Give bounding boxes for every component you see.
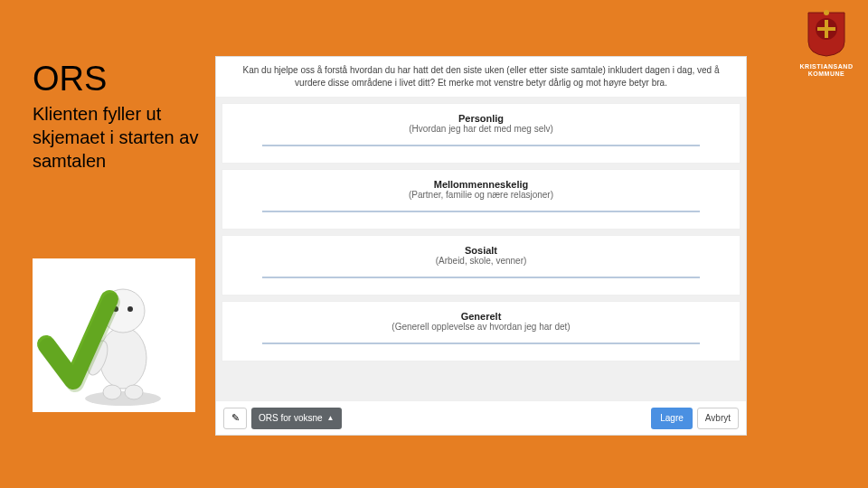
section-title: Personlig: [241, 113, 722, 124]
slider-sosialt[interactable]: [262, 277, 700, 278]
logo-text-2: KOMMUNE: [796, 70, 857, 78]
save-button[interactable]: Lagre: [651, 408, 693, 429]
section-personlig: Personlig (Hvordan jeg har det med meg s…: [222, 103, 741, 164]
slider-personlig[interactable]: [262, 145, 700, 146]
ors-form-panel: Kan du hjelpe oss å forstå hvordan du ha…: [215, 56, 747, 436]
slider-mellommenneskelig[interactable]: [262, 211, 700, 212]
svg-point-8: [127, 306, 133, 312]
section-desc: (Arbeid, skole, venner): [241, 256, 722, 266]
svg-point-9: [103, 385, 121, 399]
kommune-logo: KRISTIANSAND KOMMUNE: [796, 9, 857, 77]
svg-point-3: [824, 10, 829, 15]
left-column: ORS Klienten fyller ut skjemaet i starte…: [33, 60, 213, 173]
pencil-icon: ✎: [231, 412, 240, 424]
slider-generelt[interactable]: [262, 343, 700, 344]
section-desc: (Partner, familie og nære relasjoner): [241, 190, 722, 200]
section-title: Generelt: [241, 311, 722, 322]
checkmark-figure: [33, 258, 195, 412]
shield-icon: [807, 9, 846, 58]
svg-point-4: [85, 391, 161, 406]
section-mellommenneskelig: Mellommenneskelig (Partner, familie og n…: [222, 169, 741, 230]
cancel-button[interactable]: Avbryt: [697, 408, 739, 429]
section-desc: (Generell opplevelse av hvordan jeg har …: [241, 322, 722, 332]
section-title: Sosialt: [241, 245, 722, 256]
svg-point-10: [125, 385, 143, 399]
ors-type-dropdown[interactable]: ORS for voksne ▲: [251, 408, 342, 429]
form-instruction: Kan du hjelpe oss å forstå hvordan du ha…: [216, 57, 746, 98]
section-generelt: Generelt (Generell opplevelse av hvordan…: [222, 301, 741, 361]
page-title: ORS: [33, 60, 213, 99]
svg-rect-2: [817, 27, 835, 31]
edit-button[interactable]: ✎: [223, 408, 247, 429]
section-sosialt: Sosialt (Arbeid, skole, venner): [222, 235, 741, 296]
section-title: Mellommenneskelig: [241, 179, 722, 190]
person-checkmark-icon: [33, 258, 195, 412]
form-footer: ✎ ORS for voksne ▲ Lagre Avbryt: [216, 400, 746, 435]
section-desc: (Hvordan jeg har det med meg selv): [241, 124, 722, 134]
page-subtitle: Klienten fyller ut skjemaet i starten av…: [33, 102, 213, 173]
logo-text-1: KRISTIANSAND: [796, 63, 857, 70]
dropdown-label: ORS for voksne: [259, 413, 323, 423]
caret-up-icon: ▲: [327, 414, 335, 422]
